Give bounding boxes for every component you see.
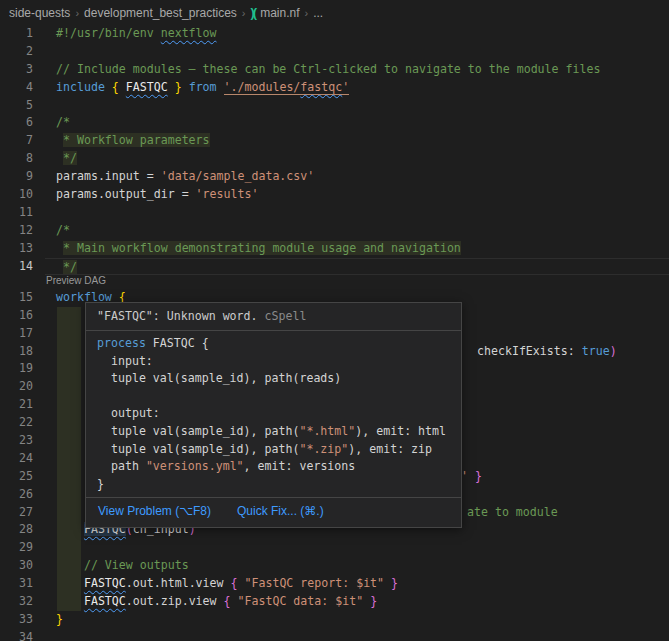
code-line[interactable]: 5	[0, 97, 669, 115]
diagnostic-text: "FASTQC": Unknown word.	[97, 309, 265, 323]
line-number[interactable]: 17	[0, 325, 33, 343]
line-number[interactable]: 19	[0, 360, 33, 378]
quick-fix-action[interactable]: Quick Fix... (⌘.)	[237, 504, 324, 521]
line-number[interactable]: 8	[0, 150, 33, 168]
line-number[interactable]: 34	[0, 629, 33, 641]
line-number[interactable]: 10	[0, 186, 33, 204]
code-token: */	[63, 151, 77, 165]
module-link[interactable]: './modules/	[224, 80, 301, 95]
codelens-preview-dag[interactable]: Preview DAG	[46, 275, 106, 288]
breadcrumb-item-subfolder[interactable]: development_best_practices	[84, 6, 237, 20]
line-number[interactable]: 31	[0, 575, 33, 593]
line-number[interactable]: 21	[0, 396, 33, 414]
line-number[interactable]: 15	[0, 289, 33, 307]
code-token: FASTQC	[84, 594, 126, 608]
code-token: {	[112, 80, 126, 94]
chevron-right-icon: ›	[305, 7, 309, 19]
code-token: }	[384, 576, 398, 590]
code-token	[56, 151, 63, 165]
editor[interactable]: 1#!/usr/bin/env nextflow23// Include mod…	[0, 25, 669, 641]
code-line[interactable]: 34	[0, 629, 669, 641]
line-number[interactable]: 1	[0, 25, 33, 43]
code-line[interactable]: 32 FASTQC.out.zip.view { "FastQC data: $…	[0, 593, 669, 611]
chevron-right-icon: ›	[242, 7, 246, 19]
code-token: tuple val(sample_id), path(	[97, 424, 299, 438]
code-line[interactable]: 4include { FASTQC } from './modules/fast…	[0, 79, 669, 97]
hover-actions: View Problem (⌥F8) Quick Fix... (⌘.)	[86, 497, 461, 527]
line-number[interactable]: 30	[0, 557, 33, 575]
line-number[interactable]: 27	[0, 504, 33, 522]
line-number[interactable]: 18	[0, 343, 33, 361]
line-number[interactable]: 2	[0, 43, 33, 61]
chevron-right-icon: ›	[75, 7, 79, 19]
code-token: checkIfExists:	[477, 344, 582, 358]
line-number[interactable]: 20	[0, 378, 33, 396]
code-token: tuple val(sample_id), path(reads)	[97, 371, 341, 385]
hover-code-line: process FASTQC {	[97, 335, 450, 353]
code-line[interactable]: 10params.output_dir = 'results'	[0, 186, 669, 204]
code-line[interactable]: 30 // View outputs	[0, 557, 669, 575]
hover-code-line: input:	[97, 353, 450, 371]
code-line-content: params.output_dir = 'results'	[45, 186, 669, 204]
code-line[interactable]: 31 FASTQC.out.html.view { "FastQC report…	[0, 575, 669, 593]
diagnostic-source: cSpell	[265, 309, 307, 323]
line-number[interactable]: 5	[0, 97, 33, 115]
code-token: params.input =	[56, 169, 161, 183]
code-line[interactable]: 2	[0, 43, 669, 61]
view-problem-action[interactable]: View Problem (⌥F8)	[98, 504, 211, 521]
code-line-content: // Include modules — these can be Ctrl-c…	[45, 61, 669, 79]
code-line[interactable]: 3// Include modules — these can be Ctrl-…	[0, 61, 669, 79]
code-line-content: FASTQC.out.html.view { "FastQC report: $…	[45, 575, 669, 593]
code-line[interactable]: 14 */	[0, 258, 669, 276]
code-line[interactable]: 13 * Main workflow demonstrating module …	[0, 240, 669, 258]
line-number[interactable]: 13	[0, 240, 33, 258]
line-number[interactable]: 3	[0, 61, 33, 79]
line-number[interactable]: 12	[0, 222, 33, 240]
code-line[interactable]: 7 * Workflow parameters	[0, 132, 669, 150]
module-link[interactable]: '	[342, 80, 349, 95]
code-line[interactable]: 33}	[0, 611, 669, 629]
line-number[interactable]: 33	[0, 611, 33, 629]
breadcrumb-item-symbol[interactable]: ...	[313, 6, 323, 20]
line-number[interactable]: 4	[0, 79, 33, 97]
code-token: }	[475, 469, 482, 483]
module-link[interactable]: fastqc	[300, 80, 342, 95]
line-number[interactable]: 6	[0, 114, 33, 132]
line-number[interactable]: 24	[0, 450, 33, 468]
line-number[interactable]: 23	[0, 432, 33, 450]
line-number[interactable]: 25	[0, 468, 33, 486]
code-token: path	[97, 459, 146, 473]
code-line[interactable]: 8 */	[0, 150, 669, 168]
code-line[interactable]: 9params.input = 'data/sample_data.csv'	[0, 168, 669, 186]
vscode-editor-window: side-quests › development_best_practices…	[0, 0, 669, 641]
line-number[interactable]: 11	[0, 204, 33, 222]
code-token: {	[231, 576, 245, 590]
code-token: {	[224, 594, 238, 608]
line-number[interactable]: 9	[0, 168, 33, 186]
line-number[interactable]: 28	[0, 521, 33, 539]
hover-code-line: tuple val(sample_id), path("*.zip"), emi…	[97, 441, 450, 459]
line-number[interactable]: 14	[0, 258, 33, 276]
code-line-content: * Main workflow demonstrating module usa…	[45, 240, 669, 258]
code-line-content: include { FASTQC } from './modules/fastq…	[45, 79, 669, 97]
code-line[interactable]: 6/*	[0, 114, 669, 132]
line-number[interactable]: 22	[0, 414, 33, 432]
line-number[interactable]: 7	[0, 132, 33, 150]
code-line[interactable]: 29	[0, 539, 669, 557]
code-line[interactable]: 11	[0, 204, 669, 222]
code-line[interactable]: 1#!/usr/bin/env nextflow	[0, 25, 669, 43]
code-line-content	[45, 539, 669, 557]
line-number[interactable]: 29	[0, 539, 33, 557]
code-token: }	[56, 612, 63, 626]
code-token: 'results'	[196, 187, 259, 201]
breadcrumb-item-folder[interactable]: side-quests	[9, 6, 70, 20]
line-number[interactable]: 26	[0, 486, 33, 504]
code-token: * Main workflow demonstrating module usa…	[63, 241, 461, 255]
hover-code-line: output:	[97, 405, 450, 423]
code-token: 'data/sample_data.csv'	[161, 169, 315, 183]
code-token: "FastQC report: $it"	[244, 576, 384, 590]
code-line[interactable]: 12/*	[0, 222, 669, 240]
line-number[interactable]: 32	[0, 593, 33, 611]
line-number[interactable]: 16	[0, 307, 33, 325]
breadcrumb-item-file[interactable]: main.nf	[260, 6, 299, 20]
